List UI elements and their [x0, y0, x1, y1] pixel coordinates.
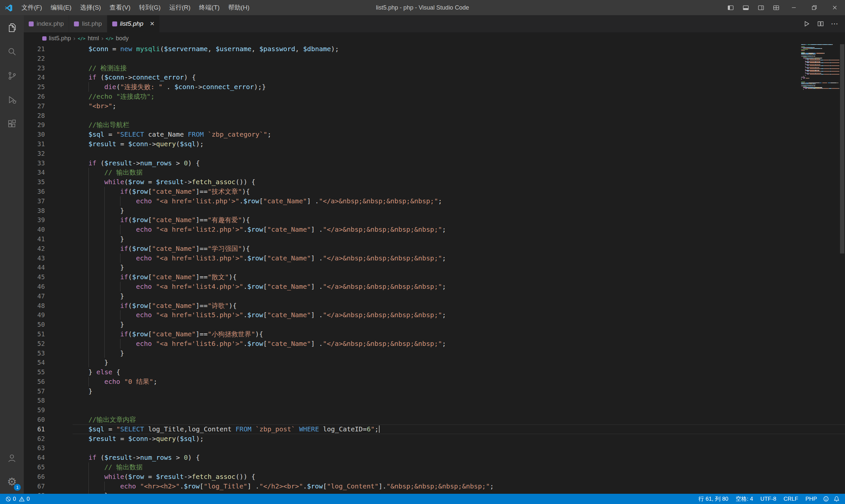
line-number[interactable]: 32 — [24, 149, 73, 158]
line-number[interactable]: 60 — [24, 415, 73, 425]
line-number[interactable]: 58 — [24, 396, 73, 405]
explorer-icon[interactable] — [0, 15, 24, 39]
code-line-24[interactable]: 24if ($conn->connect_error) { — [24, 73, 845, 82]
code-line-41[interactable]: 41} — [24, 234, 845, 244]
line-number[interactable]: 67 — [24, 482, 73, 491]
code-line-28[interactable]: 28 — [24, 111, 845, 121]
line-number[interactable]: 38 — [24, 206, 73, 216]
line-number[interactable]: 50 — [24, 320, 73, 329]
code-line-49[interactable]: 49echo "<a href='list5.php'>".$row["cate… — [24, 310, 845, 320]
line-number[interactable]: 35 — [24, 177, 73, 187]
line-number[interactable]: 29 — [24, 120, 73, 130]
code-line-36[interactable]: 36if($row["cate_Name"]=="技术文章"){ — [24, 187, 845, 196]
status-language-mode[interactable]: PHP — [802, 494, 821, 504]
menu-item-6[interactable]: 终端(T) — [195, 0, 224, 15]
line-number[interactable]: 22 — [24, 54, 73, 64]
line-number[interactable]: 26 — [24, 92, 73, 101]
line-number[interactable]: 25 — [24, 82, 73, 92]
line-number[interactable]: 59 — [24, 405, 73, 415]
line-number[interactable]: 66 — [24, 472, 73, 482]
code-line-38[interactable]: 38} — [24, 206, 845, 216]
line-number[interactable]: 62 — [24, 434, 73, 444]
line-number[interactable]: 21 — [24, 44, 73, 54]
line-number[interactable]: 31 — [24, 139, 73, 149]
customize-layout-icon[interactable] — [769, 0, 784, 15]
toggle-secondary-sidebar-icon[interactable] — [753, 0, 769, 15]
code-line-43[interactable]: 43echo "<a href='list3.php'>".$row["cate… — [24, 253, 845, 263]
code-line-25[interactable]: 25die("连接失败: " . $conn->connect_error);} — [24, 82, 845, 92]
code-line-58[interactable]: 58 — [24, 396, 845, 405]
line-number[interactable]: 44 — [24, 263, 73, 272]
code-line-21[interactable]: 21$conn = new mysqli($servername, $usern… — [24, 44, 845, 54]
tab-list.php[interactable]: list.php — [69, 15, 107, 32]
line-number[interactable]: 52 — [24, 339, 73, 348]
code-line-22[interactable]: 22 — [24, 54, 845, 64]
line-number[interactable]: 65 — [24, 463, 73, 472]
code-line-26[interactable]: 26//echo "连接成功"; — [24, 92, 845, 101]
code-line-29[interactable]: 29//输出导航栏 — [24, 120, 845, 130]
line-number[interactable]: 63 — [24, 443, 73, 453]
code-line-33[interactable]: 33if ($result->num_rows > 0) { — [24, 158, 845, 168]
breadcrumb-item-html[interactable]: </>html — [77, 35, 99, 42]
menu-item-5[interactable]: 运行(R) — [165, 0, 195, 15]
line-number[interactable]: 43 — [24, 253, 73, 263]
line-number[interactable]: 45 — [24, 272, 73, 282]
code-line-46[interactable]: 46echo "<a href='list4.php'>".$row["cate… — [24, 282, 845, 291]
toggle-panel-icon[interactable] — [738, 0, 753, 15]
code-line-47[interactable]: 47} — [24, 291, 845, 301]
run-button[interactable] — [801, 18, 813, 30]
code-line-57[interactable]: 57} — [24, 386, 845, 396]
code-line-53[interactable]: 53} — [24, 348, 845, 358]
line-number[interactable]: 51 — [24, 329, 73, 339]
minimize-button[interactable] — [784, 0, 804, 15]
breadcrumb-item-body[interactable]: </>body — [106, 35, 129, 42]
code-line-40[interactable]: 40echo "<a href='list2.php'>".$row["cate… — [24, 225, 845, 234]
code-line-63[interactable]: 63 — [24, 443, 845, 453]
status-cursor-position[interactable]: 行 61, 列 80 — [695, 494, 732, 504]
code-line-65[interactable]: 65// 输出数据 — [24, 463, 845, 472]
line-number[interactable]: 46 — [24, 282, 73, 291]
code-line-64[interactable]: 64if ($result->num_rows > 0) { — [24, 453, 845, 463]
code-line-55[interactable]: 55} else { — [24, 367, 845, 377]
menu-item-3[interactable]: 查看(V) — [105, 0, 135, 15]
code-line-67[interactable]: 67echo "<hr><h2>".$row["log_Title"] ."</… — [24, 482, 845, 491]
code-line-66[interactable]: 66while($row = $result->fetch_assoc()) { — [24, 472, 845, 482]
extensions-icon[interactable] — [0, 111, 24, 136]
breadcrumb-item-list5.php[interactable]: list5.php — [42, 35, 71, 42]
code-line-35[interactable]: 35while($row = $result->fetch_assoc()) { — [24, 177, 845, 187]
menu-item-1[interactable]: 编辑(E) — [46, 0, 76, 15]
line-number[interactable]: 34 — [24, 168, 73, 177]
menu-item-4[interactable]: 转到(G) — [135, 0, 165, 15]
line-number[interactable]: 53 — [24, 348, 73, 358]
line-number[interactable]: 27 — [24, 101, 73, 111]
menu-item-7[interactable]: 帮助(H) — [224, 0, 253, 15]
code-line-23[interactable]: 23// 检测连接 — [24, 64, 845, 73]
notifications-bell-icon[interactable] — [831, 494, 842, 504]
close-icon[interactable]: ✕ — [149, 20, 155, 28]
code-line-56[interactable]: 56echo "0 结果"; — [24, 377, 845, 386]
search-icon[interactable] — [0, 39, 24, 64]
line-number[interactable]: 64 — [24, 453, 73, 463]
code-line-31[interactable]: 31$result = $conn->query($sql); — [24, 139, 845, 149]
line-number[interactable]: 61 — [24, 425, 73, 434]
code-editor[interactable]: 21$conn = new mysqli($servername, $usern… — [24, 44, 845, 494]
line-number[interactable]: 41 — [24, 234, 73, 244]
settings-gear-icon[interactable]: ⚙ 1 — [0, 470, 24, 494]
status-encoding[interactable]: UTF-8 — [757, 494, 780, 504]
code-line-59[interactable]: 59 — [24, 405, 845, 415]
code-line-37[interactable]: 37echo "<a href='list.php'>".$row["cate_… — [24, 196, 845, 206]
code-line-42[interactable]: 42if($row["cate_Name"]=="学习强国"){ — [24, 244, 845, 253]
line-number[interactable]: 47 — [24, 291, 73, 301]
close-window-button[interactable] — [825, 0, 845, 15]
status-eol[interactable]: CRLF — [780, 494, 802, 504]
code-line-62[interactable]: 62$result = $conn->query($sql); — [24, 434, 845, 444]
code-line-32[interactable]: 32 — [24, 149, 845, 158]
line-number[interactable]: 49 — [24, 310, 73, 320]
line-number[interactable]: 24 — [24, 73, 73, 82]
code-line-68[interactable]: 68} — [24, 491, 845, 494]
code-line-54[interactable]: 54} — [24, 358, 845, 367]
code-line-27[interactable]: 27"<br>"; — [24, 101, 845, 111]
line-number[interactable]: 55 — [24, 367, 73, 377]
line-number[interactable]: 33 — [24, 158, 73, 168]
code-line-44[interactable]: 44} — [24, 263, 845, 272]
